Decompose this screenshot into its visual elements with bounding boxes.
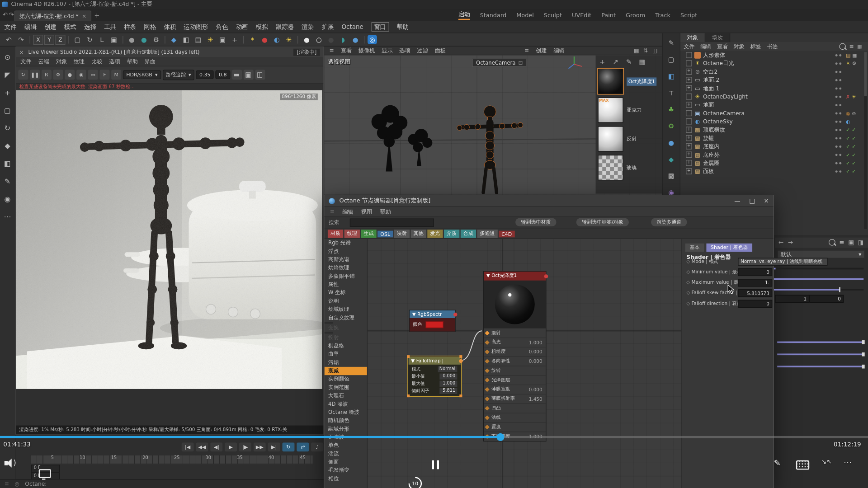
material-item[interactable]: 反射	[598, 126, 660, 151]
hamburger-icon[interactable]: ≡	[524, 47, 529, 53]
left-tool-icon[interactable]: ◉	[3, 194, 13, 204]
input-port[interactable]	[485, 425, 489, 429]
object-row[interactable]: + 底座内	[680, 142, 868, 150]
channel-value[interactable]: 0.000	[529, 358, 542, 364]
search-icon[interactable]	[840, 43, 846, 50]
command-icon[interactable]: ●	[665, 137, 676, 148]
add-tab-button[interactable]: +	[94, 12, 99, 19]
node-category-tab[interactable]: 合成	[461, 230, 476, 238]
texture-node-list-item[interactable]: 属性	[325, 281, 367, 289]
toolbar-icon[interactable]: ▢	[72, 34, 83, 45]
input-port[interactable]	[485, 359, 489, 363]
command-icon[interactable]: ✎	[665, 38, 676, 48]
node-param-row[interactable]: 倾斜因子 5.811	[408, 387, 460, 394]
channel-value[interactable]: 1.450	[529, 396, 542, 402]
live-viewer-tool-icon[interactable]: ●	[65, 70, 75, 80]
object-row[interactable]: + 顶底横纹	[680, 126, 868, 134]
object-row[interactable]: OctaneSky	[680, 117, 868, 126]
material-thumbnail[interactable]: MAX	[598, 98, 623, 123]
search-input[interactable]	[350, 219, 434, 227]
param-value[interactable]: 0.000	[439, 374, 457, 380]
left-tool-icon[interactable]: ✎	[3, 176, 13, 186]
hamburger-icon[interactable]: ≡	[5, 481, 9, 487]
menu-item[interactable]: 文件	[5, 23, 17, 31]
node-param-row[interactable]: 最大值 1.000	[408, 380, 460, 387]
visibility-dots[interactable]	[835, 137, 844, 139]
hamburger-icon[interactable]: ≡	[330, 47, 334, 53]
object-manager-menu-item[interactable]: 书签	[767, 42, 778, 50]
object-row[interactable]: + 地面.2	[680, 76, 868, 84]
object-manager-menu-item[interactable]: 查看	[717, 42, 728, 50]
toolbar-icon[interactable]: │	[121, 34, 125, 45]
material-channel-row[interactable]: 光泽图层	[484, 375, 546, 385]
object-row[interactable]: + 地面	[680, 101, 868, 109]
close-tab-icon[interactable]: ×	[82, 13, 86, 19]
transport-toggle[interactable]: ↻	[282, 443, 294, 452]
menu-item[interactable]: 动画	[236, 23, 248, 31]
transport-toggle[interactable]: ♪	[311, 443, 323, 452]
menu-item[interactable]: 模式	[64, 23, 76, 31]
toolbar-icon[interactable]: │	[296, 34, 300, 45]
expand-icon[interactable]: +	[686, 160, 692, 166]
object-name[interactable]: 地面.1	[703, 84, 719, 92]
toolbar-icon[interactable]: │	[241, 34, 246, 45]
expand-icon[interactable]: +	[686, 152, 692, 158]
object-name[interactable]: 地面.2	[703, 76, 719, 84]
command-icon[interactable]: ⚙	[665, 121, 676, 131]
input-port[interactable]	[485, 368, 489, 373]
left-tool-icon[interactable]: ◆	[3, 141, 13, 150]
toolbar-icon[interactable]: ↶	[3, 34, 14, 45]
texture-node-list-item[interactable]: 实例颜色	[325, 375, 367, 383]
left-tool-icon[interactable]: +	[3, 87, 13, 97]
menu-item[interactable]: 选择	[84, 23, 96, 31]
live-viewer-menu-item[interactable]: 云端	[38, 57, 49, 65]
toolbar-icon[interactable]: ☀	[205, 34, 216, 45]
param-value[interactable]: 1.000	[439, 380, 457, 386]
material-channel-row[interactable]: 漫射	[484, 328, 546, 338]
close-button[interactable]: ×	[764, 197, 769, 205]
live-viewer-menu-item[interactable]: 对象	[56, 57, 67, 65]
visibility-dots[interactable]	[835, 54, 844, 56]
toolbar-icon[interactable]: ◎	[368, 35, 377, 44]
object-row[interactable]: Octane日光	[680, 59, 868, 67]
texture-node-list-item[interactable]: Rgb 光谱	[325, 239, 367, 247]
max-value-slider[interactable]	[774, 278, 863, 280]
material-channel-row[interactable]: 薄膜宽度 0.000	[484, 385, 546, 394]
texture-node-list-item[interactable]: 棋盘格	[325, 342, 367, 350]
command-icon[interactable]: ◧	[665, 71, 676, 82]
object-name[interactable]: 面板	[703, 167, 714, 175]
live-viewer-tool-icon[interactable]: ▣	[243, 70, 253, 80]
viewport-menu-item[interactable]: 选项	[399, 47, 410, 54]
object-tag-icon[interactable]	[846, 110, 850, 116]
background-slider[interactable]	[777, 366, 863, 367]
visibility-dots[interactable]	[835, 87, 844, 89]
node-title[interactable]: ▼ Falloffmap |	[408, 357, 460, 365]
kernel-dropdown[interactable]: 路径追踪▾	[163, 70, 194, 80]
expand-icon[interactable]: +	[686, 85, 692, 91]
node-category-tab[interactable]: OSL	[377, 230, 393, 237]
viewport-label[interactable]: 透视视图	[328, 58, 350, 66]
node-category-tab[interactable]: 材质	[328, 230, 343, 238]
gamma-field[interactable]: 0.8	[216, 70, 230, 80]
toolbar-icon[interactable]: L	[96, 34, 107, 45]
left-tool-icon[interactable]: ↻	[3, 123, 13, 133]
goto-material-button[interactable]: 转到选中材质	[515, 218, 557, 226]
node-category-tab[interactable]: 生成	[361, 230, 376, 238]
object-row[interactable]: OctaneCamera	[680, 109, 868, 117]
undo-icon[interactable]: ↶	[3, 11, 8, 18]
texture-node-list-item[interactable]: W 坐标	[325, 289, 367, 297]
object-name[interactable]: 空白2	[703, 68, 717, 75]
active-camera-label[interactable]: OctaneCamera ⊡	[472, 59, 526, 67]
command-icon[interactable]: T	[665, 87, 676, 98]
toolbar-icon[interactable]: │	[28, 34, 32, 45]
live-viewer-tool-icon[interactable]: ↻	[18, 70, 28, 80]
object-row[interactable]: + 空白2	[680, 67, 868, 75]
toolbar-icon[interactable]: ⚙	[151, 34, 161, 45]
live-viewer-menu-item[interactable]: 纹理	[74, 57, 85, 65]
goto-tag-button[interactable]: 转到选中标签/对象	[576, 218, 629, 226]
color-swatch[interactable]	[425, 321, 443, 328]
viewport-menu-item[interactable]: 过滤	[417, 47, 428, 54]
params-tab[interactable]: Shader | 着色器	[706, 244, 752, 252]
viewport-menu-item[interactable]: 面板	[435, 47, 446, 54]
visibility-dots[interactable]	[835, 112, 844, 114]
